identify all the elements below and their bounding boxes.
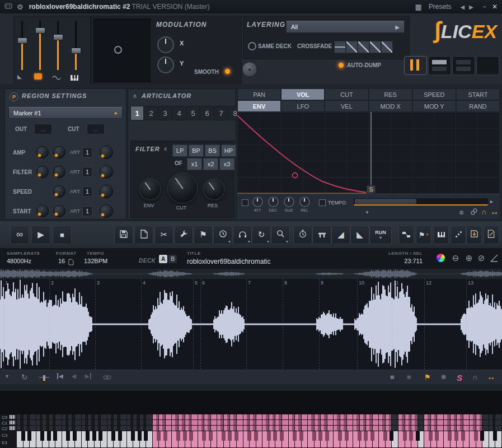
env-tab-speed[interactable]: SPEED (412, 88, 456, 100)
piano-black-key[interactable] (111, 431, 115, 441)
envelope-enable-checkbox[interactable] (242, 199, 248, 206)
start-knob-1[interactable] (36, 205, 49, 217)
caret-down-icon[interactable]: ▾ (267, 239, 269, 244)
rel-knob[interactable] (299, 197, 310, 207)
same-deck-radio[interactable] (248, 42, 256, 50)
sus-knob[interactable] (284, 197, 294, 207)
new-document-button[interactable] (134, 225, 153, 244)
amp-art-value[interactable]: 1 (82, 147, 92, 157)
articulator-slot-5[interactable]: 5 (186, 106, 200, 120)
presets-label[interactable]: Presets (429, 3, 452, 11)
layout-split-b-button[interactable] (452, 56, 475, 75)
speed-knob-2[interactable] (53, 185, 65, 198)
fade-out-button[interactable]: ◣ (350, 225, 369, 244)
filter-type-bp-button[interactable]: BP (189, 144, 204, 157)
crossfade-shape-2-button[interactable] (346, 41, 358, 53)
stretch-arrows-icon[interactable]: ↔ (487, 372, 495, 381)
oversample-x3-button[interactable]: x3 (219, 158, 234, 170)
piano-black-key[interactable] (40, 431, 44, 441)
layer-select[interactable]: All ▶ (286, 21, 405, 33)
layer-fader-2[interactable] (34, 21, 45, 70)
waveform-overview[interactable] (0, 269, 502, 279)
caret-down-icon[interactable]: ▾ (286, 239, 288, 244)
piano-black-key-assigned[interactable] (254, 431, 258, 441)
headphones-icon[interactable]: ∩ (481, 208, 486, 216)
next-marker-icon[interactable]: ▶ (85, 373, 91, 379)
stretch-time-button[interactable] (293, 225, 312, 244)
piano-black-key-assigned[interactable] (299, 431, 303, 441)
piano-black-key-assigned[interactable] (448, 431, 452, 441)
sustain-marker[interactable]: S (369, 186, 373, 193)
slide-control-icon[interactable] (39, 374, 49, 382)
filter-env-knob[interactable] (139, 178, 161, 200)
articulator-slot-1[interactable]: 1 (130, 106, 144, 120)
loop-icon[interactable]: ↻ (21, 373, 27, 381)
slope-curve-icon[interactable]: S (457, 373, 462, 382)
piano-black-key-assigned[interactable] (176, 431, 180, 441)
piano-black-key-assigned[interactable] (157, 431, 161, 441)
crossfade-shape-5-button[interactable] (381, 41, 393, 53)
smooth-led[interactable] (224, 68, 231, 74)
close-button[interactable]: ✕ (492, 3, 498, 11)
tools-button[interactable] (174, 225, 193, 244)
slice-marker-3[interactable]: 3 (95, 279, 96, 370)
preset-prev-button[interactable]: ◀ (461, 4, 465, 10)
out-field[interactable]: ... (34, 124, 52, 134)
marker-flag-icon[interactable]: ⚑ (424, 373, 431, 381)
sample-edit-icon[interactable] (34, 73, 42, 80)
slice-marker-6[interactable]: 6 (200, 279, 201, 370)
piano-black-key[interactable] (92, 431, 96, 441)
cut-field[interactable]: ... (87, 124, 105, 134)
drop-marker-button[interactable]: ⚑ (194, 225, 213, 244)
caret-down-icon[interactable]: ▾ (228, 239, 231, 244)
edit-sample-button[interactable] (484, 225, 499, 244)
scroll-right-button[interactable]: ▸ (490, 198, 493, 204)
play-button[interactable]: ▶ (31, 225, 50, 244)
piano-black-key[interactable] (416, 431, 420, 441)
piano-black-key[interactable] (27, 431, 31, 441)
fader-handle[interactable] (17, 38, 27, 44)
layer-fader-4[interactable] (70, 21, 81, 70)
env-tab-env[interactable]: ENV (237, 100, 281, 112)
cut-button[interactable]: ✂ (154, 225, 173, 244)
prev-icon[interactable]: ◀ (72, 373, 76, 379)
dump-dropdown-button[interactable]: ▾ (242, 62, 257, 77)
env-tab-rand[interactable]: RAND (456, 100, 500, 112)
articulator-slot-7[interactable]: 7 (214, 106, 228, 120)
prev-marker-icon[interactable]: ◀ (57, 373, 63, 379)
map-to-keys-button[interactable] (433, 225, 449, 244)
piano-black-key[interactable] (118, 431, 122, 441)
step-dots-button[interactable] (451, 225, 466, 244)
piano-black-key-assigned[interactable] (293, 431, 297, 441)
speed-art-value[interactable]: 1 (82, 186, 92, 197)
preview-button[interactable]: ▾ (233, 225, 252, 244)
piano-black-key-assigned[interactable] (364, 431, 368, 441)
piano-black-key-assigned[interactable] (435, 431, 439, 441)
fader-handle[interactable] (53, 34, 63, 40)
format-file-icon[interactable] (68, 258, 74, 268)
amp-knob-2[interactable] (53, 146, 65, 158)
env-tab-mod-y[interactable]: MOD Y (412, 100, 456, 112)
loop-mode-button[interactable]: ∞ (10, 225, 29, 244)
deck-b-button[interactable]: B (168, 255, 177, 263)
mod-y-knob[interactable] (157, 57, 174, 73)
sine-wave-icon[interactable] (52, 73, 61, 83)
xy-pad[interactable] (93, 18, 151, 82)
xy-pad-dot[interactable] (114, 46, 122, 54)
piano-black-key[interactable] (144, 431, 148, 441)
corner-triangle-icon[interactable]: ◣ (17, 73, 22, 80)
piano-black-key-assigned[interactable] (267, 431, 271, 441)
env-tab-start[interactable]: START (456, 88, 500, 100)
piano-black-key[interactable] (66, 431, 70, 441)
piano-black-key-assigned[interactable] (429, 431, 433, 441)
caret-down-icon[interactable]: ▾ (248, 239, 250, 244)
export-sample-button[interactable] (466, 225, 482, 244)
slice-marker-9[interactable]: 9 (319, 279, 320, 370)
layout-single-button[interactable] (404, 56, 427, 75)
piano-black-key[interactable] (138, 431, 142, 441)
slice-marker-2[interactable]: 2 (49, 279, 50, 370)
piano-black-key-assigned[interactable] (325, 431, 329, 441)
add-slice-button[interactable]: ⚑+ (416, 225, 431, 244)
piano-black-key-assigned[interactable] (312, 431, 316, 441)
piano-black-key[interactable] (86, 431, 90, 441)
